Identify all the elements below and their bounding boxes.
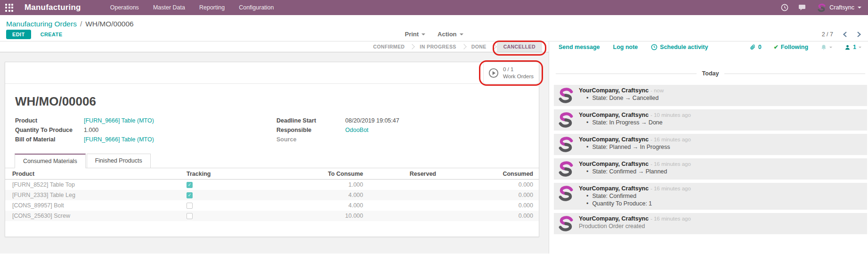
author-avatar <box>558 87 574 104</box>
record-title: WH/MO/00006 <box>15 94 539 109</box>
tracking-checkbox[interactable] <box>187 203 193 209</box>
menu-configuration[interactable]: Configuration <box>239 4 274 11</box>
following-button[interactable]: ✔ Following <box>774 44 808 50</box>
control-panel: EDIT CREATE Print Action 2 / 7 <box>0 29 868 41</box>
pager-next-button[interactable] <box>857 31 861 38</box>
message-body: Production Order created <box>579 223 691 229</box>
main-menu: Operations Master Data Reporting Configu… <box>110 4 274 11</box>
table-row[interactable]: [FURN_8522] Table Top 1.000 0.000 <box>5 180 539 190</box>
person-icon <box>844 44 851 50</box>
status-step-cancelled-active[interactable]: CANCELLED <box>497 41 542 52</box>
activities-clock-icon[interactable] <box>781 4 788 11</box>
pager-previous-button[interactable] <box>843 31 847 38</box>
pager-value: 2 / 7 <box>822 31 833 38</box>
message-author[interactable]: YourCompany, Craftsync <box>579 161 649 167</box>
reserved-cell <box>368 192 438 198</box>
product-cell[interactable]: [CONS_25630] Screw <box>5 213 187 219</box>
work-orders-value: 0 / 1 <box>503 66 534 73</box>
tab-consumed-materials[interactable]: Consumed Materials <box>15 154 86 168</box>
message-time: - 16 minutes ago <box>650 161 691 167</box>
apps-grid-icon[interactable] <box>5 4 13 12</box>
tracking-checkbox[interactable] <box>187 213 193 219</box>
consumed-materials-table: Product Tracking To Consume Reserved Con… <box>5 168 539 221</box>
message-author[interactable]: YourCompany, Craftsync <box>579 215 649 222</box>
log-note-button[interactable]: Log note <box>613 44 638 50</box>
tracking-checkbox[interactable] <box>187 192 193 198</box>
user-menu[interactable]: Craftsync <box>817 3 861 12</box>
bell-icon <box>820 44 827 51</box>
message-author[interactable]: YourCompany, Craftsync <box>579 185 649 192</box>
menu-reporting[interactable]: Reporting <box>199 4 225 11</box>
column-consumed[interactable]: Consumed <box>438 171 539 177</box>
followers-button[interactable]: 1 <box>844 44 861 50</box>
create-button[interactable]: CREATE <box>41 32 63 37</box>
message-time: - 10 minutes ago <box>650 112 691 118</box>
message-list: YourCompany, Craftsync- now State: Done … <box>549 85 868 238</box>
to-consume-cell: 4.000 <box>227 202 368 209</box>
paperclip-icon <box>750 44 756 51</box>
edit-button[interactable]: EDIT <box>6 30 31 39</box>
button-box: 0 / 1 Work Orders <box>5 62 539 84</box>
attachment-count: 0 <box>758 44 762 50</box>
message-author[interactable]: YourCompany, Craftsync <box>579 112 649 118</box>
column-product[interactable]: Product <box>5 171 187 177</box>
table-header: Product Tracking To Consume Reserved Con… <box>5 168 539 180</box>
table-row[interactable]: [CONS_89957] Bolt 4.000 0.000 <box>5 200 539 211</box>
play-circle-icon <box>488 68 499 78</box>
field-group-right: Deadline Start 08/20/2019 19:05:47 Respo… <box>276 117 538 146</box>
menu-master-data[interactable]: Master Data <box>153 4 185 11</box>
date-divider: Today <box>556 70 865 77</box>
product-cell[interactable]: [FURN_2333] Table Leg <box>5 192 187 198</box>
notebook: Consumed Materials Finished Products Pro… <box>5 153 539 221</box>
app-title: Manufacturing <box>24 3 81 12</box>
quantity-to-produce-value: 1.000 <box>84 127 98 133</box>
status-step-done[interactable]: DONE <box>467 41 491 52</box>
messages-chat-icon[interactable] <box>799 4 807 11</box>
quantity-to-produce-label: Quantity To Produce <box>15 127 84 133</box>
consumed-cell: 0.000 <box>438 181 539 188</box>
message-author[interactable]: YourCompany, Craftsync <box>579 87 649 94</box>
product-label: Product <box>15 117 84 124</box>
responsible-value-link[interactable]: OdooBot <box>345 127 368 133</box>
action-dropdown[interactable]: Action <box>438 31 463 38</box>
breadcrumb-parent-link[interactable]: Manufacturing Orders <box>6 20 77 28</box>
follower-count: 1 <box>853 44 856 50</box>
column-to-consume[interactable]: To Consume <box>227 171 368 177</box>
column-tracking[interactable]: Tracking <box>187 171 227 177</box>
menu-operations[interactable]: Operations <box>110 4 139 11</box>
table-row[interactable]: [FURN_2333] Table Leg 4.000 0.000 <box>5 190 539 200</box>
chatter-topbar: Send message Log note Schedule activity … <box>549 41 868 53</box>
source-label: Source <box>276 136 345 143</box>
send-message-button[interactable]: Send message <box>559 44 600 50</box>
deadline-start-label: Deadline Start <box>276 117 345 124</box>
status-step-in-progress[interactable]: IN PROGRESS <box>415 41 461 52</box>
sheet-background: 0 / 1 Work Orders WH/MO/00006 Product [F… <box>0 52 549 254</box>
table-row[interactable]: [CONS_25630] Screw 10.000 0.000 <box>5 211 539 221</box>
clock-icon <box>651 44 657 50</box>
product-cell[interactable]: [FURN_8522] Table Top <box>5 181 187 188</box>
column-reserved[interactable]: Reserved <box>368 171 438 177</box>
tracking-checkbox[interactable] <box>187 182 193 188</box>
work-orders-stat-button[interactable]: 0 / 1 Work Orders <box>483 62 539 83</box>
product-cell[interactable]: [CONS_89957] Bolt <box>5 202 187 209</box>
bill-of-material-label: Bill of Material <box>15 136 84 143</box>
print-dropdown[interactable]: Print <box>405 31 425 38</box>
status-step-confirmed[interactable]: CONFIRMED <box>368 41 409 52</box>
author-avatar <box>558 112 574 128</box>
status-arrow-separator <box>461 44 466 49</box>
status-arrow-separator <box>491 44 496 49</box>
schedule-activity-button[interactable]: Schedule activity <box>651 44 708 50</box>
product-value-link[interactable]: [FURN_9666] Table (MTO) <box>84 117 154 124</box>
message-body: State: Done → Cancelled <box>586 94 664 102</box>
to-consume-cell: 10.000 <box>227 213 368 219</box>
reserved-cell <box>368 213 438 219</box>
message-body: State: Planned → In Progress <box>586 143 691 151</box>
chatter-panel: Send message Log note Schedule activity … <box>549 41 868 254</box>
attachments-button[interactable]: 0 <box>750 44 762 51</box>
tab-finished-products[interactable]: Finished Products <box>87 154 151 168</box>
notifications-bell-button[interactable] <box>820 44 832 51</box>
message-author[interactable]: YourCompany, Craftsync <box>579 136 649 143</box>
author-avatar <box>558 136 574 153</box>
bill-of-material-value-link[interactable]: [FURN_9666] Table (MTO) <box>84 136 154 143</box>
chatter-message: YourCompany, Craftsync- 16 minutes ago S… <box>554 158 867 180</box>
